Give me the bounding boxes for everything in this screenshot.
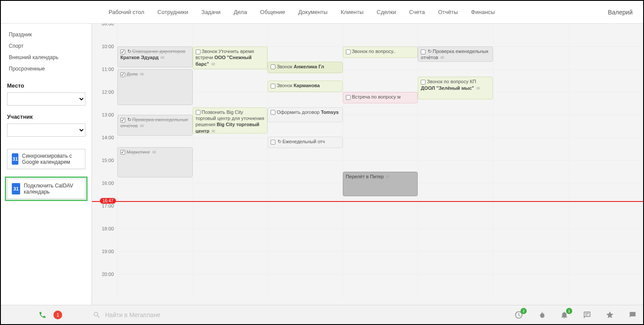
calendar-event[interactable]: Позвонить Big City торговый центр для ут…: [193, 107, 268, 134]
calendar-cell[interactable]: [267, 24, 343, 46]
calendar-event[interactable]: Оформить договор Tomsys: [267, 107, 343, 123]
calendar-cell[interactable]: [343, 206, 418, 229]
calendar-event[interactable]: Дело ✉: [117, 69, 193, 105]
calendar-cell[interactable]: [568, 184, 643, 206]
nav-0[interactable]: Рабочий стол: [103, 7, 150, 17]
event-checkbox[interactable]: [271, 110, 275, 115]
calendar-cell[interactable]: [493, 47, 568, 69]
calendar-cell[interactable]: [267, 206, 343, 229]
calendar-cell[interactable]: [493, 252, 568, 274]
calendar-event[interactable]: ↻Совещание директоров Кратков Эдуард ✉: [117, 46, 193, 67]
calendar-cell[interactable]: [568, 70, 643, 92]
calendar-cell[interactable]: [418, 252, 493, 274]
calendar-cell[interactable]: [493, 275, 568, 297]
calendar-cell[interactable]: [568, 275, 643, 297]
calendar-cell[interactable]: [493, 184, 568, 206]
calendar-cell[interactable]: [493, 70, 568, 92]
event-checkbox[interactable]: [421, 49, 426, 54]
calendar-cell[interactable]: [193, 70, 268, 92]
event-checkbox[interactable]: [271, 140, 275, 145]
nav-4[interactable]: Общение: [255, 7, 290, 17]
calendar-cell[interactable]: [493, 161, 568, 183]
search-input[interactable]: [105, 311, 452, 318]
calendar-event[interactable]: Встреча по вопросу м: [343, 92, 418, 103]
feedback-icon[interactable]: [627, 310, 638, 320]
calendar-cell[interactable]: [493, 206, 568, 229]
calendar-cell[interactable]: [418, 138, 493, 160]
nav-9[interactable]: Отчёты: [433, 7, 463, 17]
calendar-cell[interactable]: [418, 24, 493, 46]
calendar-cell[interactable]: [117, 229, 193, 251]
event-checkbox[interactable]: [196, 49, 201, 54]
sidebar-filter-1[interactable]: Спорт: [7, 40, 85, 52]
event-checkbox[interactable]: [346, 49, 351, 54]
calendar-cell[interactable]: [117, 24, 193, 46]
calendar-cell[interactable]: [568, 115, 643, 138]
event-checkbox[interactable]: [271, 64, 275, 69]
sidebar-filter-0[interactable]: Праздник: [7, 29, 85, 40]
calendar-cell[interactable]: [267, 161, 343, 183]
calendar-cell[interactable]: [418, 115, 493, 138]
calendar-cell[interactable]: [343, 70, 418, 92]
calendar-event[interactable]: Звонок Анжелика Гл: [267, 62, 343, 73]
calendar-cell[interactable]: [493, 229, 568, 251]
star-icon[interactable]: [605, 310, 615, 320]
calendar-cell[interactable]: [568, 229, 643, 251]
nav-5[interactable]: Документы: [293, 7, 333, 17]
place-select[interactable]: [7, 92, 85, 106]
calendar-cell[interactable]: [117, 252, 193, 274]
calendar-cell[interactable]: [267, 275, 343, 297]
chat-icon[interactable]: [582, 310, 592, 320]
calendar-cell[interactable]: [267, 252, 343, 274]
nav-3[interactable]: Дела: [229, 7, 252, 17]
calendar-event[interactable]: Звонок по вопросу КП ДООЛ "Зелёный мыс" …: [418, 77, 493, 99]
event-checkbox[interactable]: [120, 49, 125, 54]
calendar-cell[interactable]: [117, 275, 193, 297]
nav-6[interactable]: Клиенты: [335, 7, 369, 17]
nav-7[interactable]: Сделки: [371, 7, 401, 17]
calendar-cell[interactable]: [568, 24, 643, 46]
calendar-event[interactable]: ↻Проверка еженедельных отчётов ✉: [418, 46, 493, 62]
calendar-cell[interactable]: [418, 161, 493, 183]
fire-icon[interactable]: [536, 310, 547, 320]
calendar-event[interactable]: Звонок Карманова: [267, 81, 343, 92]
calendar-cell[interactable]: [193, 252, 268, 274]
calendar-cell[interactable]: [343, 115, 418, 138]
calendar-event[interactable]: ↻Еженедельный отч: [267, 137, 343, 148]
calendar-cell[interactable]: [418, 275, 493, 297]
sidebar-filter-2[interactable]: Внешний календарь: [7, 52, 85, 63]
calendar-cell[interactable]: [193, 229, 268, 251]
calendar-cell[interactable]: [568, 138, 643, 160]
event-checkbox[interactable]: [346, 95, 351, 100]
calendar-cell[interactable]: [493, 115, 568, 138]
calendar-cell[interactable]: [343, 275, 418, 297]
event-checkbox[interactable]: [271, 84, 275, 88]
calendar-cell[interactable]: [493, 92, 568, 115]
nav-2[interactable]: Задачи: [196, 7, 226, 17]
calendar-cell[interactable]: [267, 229, 343, 251]
calendar-cell[interactable]: [193, 24, 268, 46]
calendar-cell[interactable]: [343, 138, 418, 160]
clock-icon[interactable]: 2: [514, 310, 524, 320]
calendar-cell[interactable]: [193, 275, 268, 297]
nav-1[interactable]: Сотрудники: [152, 7, 194, 17]
event-checkbox[interactable]: [196, 110, 201, 115]
calendar-event[interactable]: Маркетинг ✉: [117, 147, 193, 177]
calendar-event[interactable]: Звонок по вопросу..: [343, 46, 418, 58]
calendar-cell[interactable]: [343, 252, 418, 274]
calendar-cell[interactable]: [568, 206, 643, 229]
search-box[interactable]: [93, 311, 452, 319]
calendar-cell[interactable]: [568, 252, 643, 274]
nav-8[interactable]: Счета: [404, 7, 430, 17]
calendar-cell[interactable]: [193, 161, 268, 183]
calendar-cell[interactable]: [418, 229, 493, 251]
phone-icon[interactable]: [38, 310, 47, 320]
sidebar-filter-3[interactable]: Просроченные: [7, 63, 85, 74]
calendar-cell[interactable]: [193, 138, 268, 160]
sync-caldav-button[interactable]: 31 Подключить CalDAV календарь: [7, 179, 85, 199]
calendar-cell[interactable]: [117, 184, 193, 206]
calendar-cell[interactable]: [418, 206, 493, 229]
event-checkbox[interactable]: [120, 118, 125, 123]
bell-icon[interactable]: 1: [559, 310, 570, 320]
calendar-cell[interactable]: [267, 184, 343, 206]
